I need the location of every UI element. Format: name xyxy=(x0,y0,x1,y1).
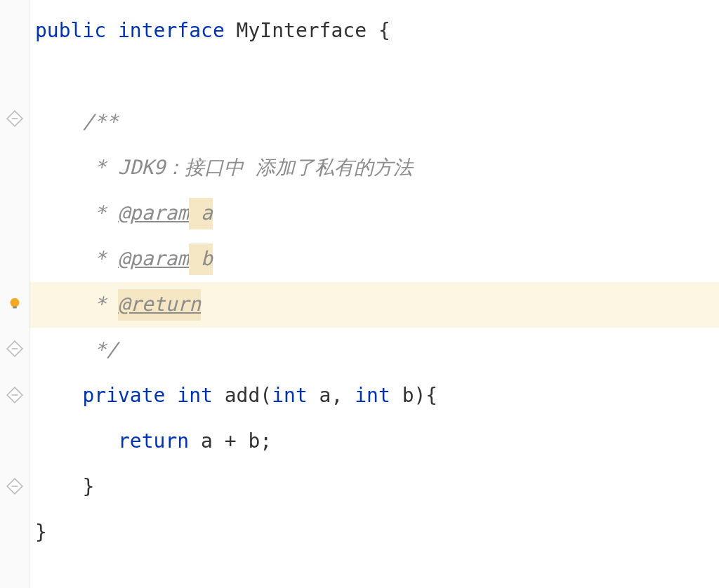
code-line[interactable]: return a + b; xyxy=(29,419,719,465)
fold-icon[interactable] xyxy=(6,340,24,358)
keyword-public: public xyxy=(35,15,106,47)
code-line[interactable]: */ xyxy=(29,328,719,373)
javadoc-end: */ xyxy=(82,335,118,366)
lightbulb-icon[interactable] xyxy=(6,295,24,313)
method-name: add xyxy=(213,380,260,412)
javadoc-tag-param: @param xyxy=(118,198,189,229)
code-line[interactable]: public interface MyInterface { xyxy=(29,8,719,54)
code-line[interactable]: * @param b xyxy=(29,236,719,282)
param-a: a, xyxy=(308,380,355,412)
code-line-highlighted[interactable]: * @return xyxy=(29,282,719,328)
code-editor: public interface MyInterface { /** * JDK… xyxy=(0,0,719,588)
javadoc-start: /** xyxy=(82,107,118,138)
javadoc-star: * xyxy=(82,289,118,321)
brace-close: } xyxy=(35,517,47,549)
keyword-int: int xyxy=(177,380,213,412)
code-line[interactable]: * JDK9：接口中 添加了私有的方法 xyxy=(29,145,719,191)
code-line-empty[interactable] xyxy=(29,54,719,100)
return-expr: a + b; xyxy=(189,426,272,457)
param-b: b) xyxy=(390,380,426,412)
code-line[interactable]: /** xyxy=(29,100,719,145)
javadoc-param-name: b xyxy=(189,243,213,275)
fold-icon[interactable] xyxy=(6,109,24,128)
javadoc-star: * xyxy=(82,243,118,275)
keyword-int: int xyxy=(355,380,390,412)
code-line[interactable]: } xyxy=(29,465,719,510)
javadoc-tag-return: @return xyxy=(118,289,201,321)
keyword-interface: interface xyxy=(118,15,225,47)
fold-icon[interactable] xyxy=(6,477,24,495)
paren-open: ( xyxy=(260,380,272,412)
editor-gutter xyxy=(0,0,29,588)
svg-point-1 xyxy=(10,298,19,307)
code-line[interactable]: * @param a xyxy=(29,191,719,236)
brace-open: { xyxy=(426,380,437,412)
fold-icon[interactable] xyxy=(6,386,24,404)
keyword-return: return xyxy=(118,426,189,457)
brace-open: { xyxy=(378,15,390,47)
svg-rect-2 xyxy=(13,307,17,309)
javadoc-star: * xyxy=(82,198,118,229)
keyword-int: int xyxy=(272,380,308,412)
javadoc-tag-param: @param xyxy=(118,243,189,275)
code-line[interactable]: private int add(int a, int b){ xyxy=(29,373,719,419)
class-name: MyInterface xyxy=(225,15,378,47)
brace-close: } xyxy=(82,472,94,503)
code-line[interactable]: } xyxy=(29,510,719,556)
code-content[interactable]: public interface MyInterface { /** * JDK… xyxy=(29,0,719,588)
keyword-private: private xyxy=(82,380,165,412)
javadoc-param-name: a xyxy=(189,198,213,229)
javadoc-star: * xyxy=(82,152,118,184)
javadoc-text: JDK9：接口中 添加了私有的方法 xyxy=(118,152,413,184)
